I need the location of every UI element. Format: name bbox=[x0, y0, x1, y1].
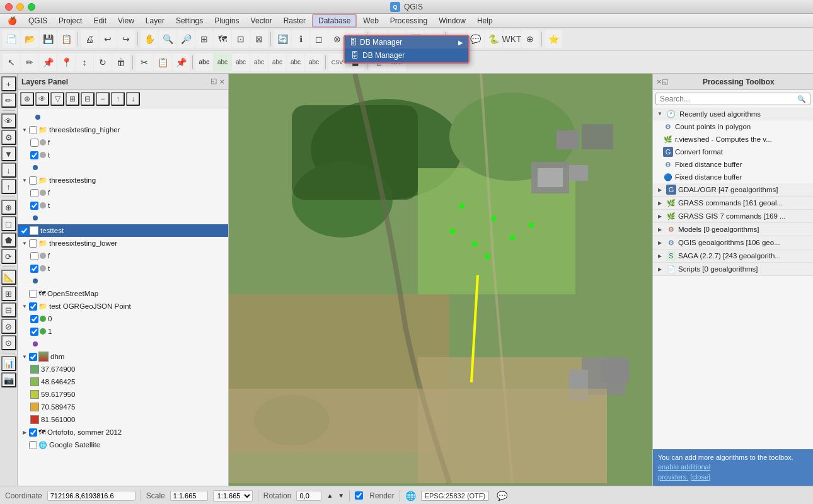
checkbox-ogr[interactable] bbox=[29, 302, 37, 311]
delete-btn[interactable]: 🗑 bbox=[112, 54, 130, 71]
checkbox-testtest[interactable] bbox=[20, 227, 28, 235]
layer-up-btn[interactable]: ↑ bbox=[111, 92, 125, 106]
layer-testtest[interactable]: testtest bbox=[18, 224, 228, 237]
alg-viewshed[interactable]: 🌿 r.viewshed - Computes the v... bbox=[653, 133, 813, 146]
menu-settings[interactable]: Settings bbox=[171, 15, 208, 26]
expand-ortofoto[interactable] bbox=[20, 428, 29, 437]
expand-grass[interactable] bbox=[655, 198, 664, 207]
alg-fixed-buffer-1[interactable]: ⚙ Fixed distance buffer bbox=[653, 158, 813, 171]
map-area[interactable] bbox=[229, 74, 652, 486]
expand-saga[interactable] bbox=[655, 251, 664, 260]
save-as-btn[interactable]: 📋 bbox=[57, 30, 75, 48]
georef-btn[interactable]: ⊕ bbox=[521, 30, 539, 48]
panel-close-btn[interactable]: × bbox=[219, 77, 224, 86]
group-grass[interactable]: 🌿 GRASS commands [161 geoal... bbox=[653, 197, 813, 210]
group-qgis-geo[interactable]: ⚙ QGIS geoalgorithms [106 geo... bbox=[653, 236, 813, 249]
group-saga[interactable]: S SAGA (2.2.7) [243 geoalgorith... bbox=[653, 249, 813, 263]
info-link1[interactable]: enable additional bbox=[658, 463, 710, 471]
layer-testing-f[interactable]: f bbox=[18, 186, 228, 199]
python-btn[interactable]: 🐍 bbox=[485, 30, 502, 48]
save-project-btn[interactable]: 💾 bbox=[39, 30, 57, 48]
layer-google-satellite[interactable]: 🌐 Google Satellite bbox=[18, 438, 228, 451]
menu-edit[interactable]: Edit bbox=[88, 15, 112, 26]
layer-lower-f[interactable]: f bbox=[18, 249, 228, 262]
left-tool-10[interactable]: ⬟ bbox=[1, 232, 16, 248]
menu-help[interactable]: Help bbox=[472, 15, 498, 26]
layer-higher-t[interactable]: t bbox=[18, 149, 228, 161]
menu-plugins[interactable]: Plugins bbox=[209, 15, 244, 26]
cut-btn[interactable]: ✂ bbox=[136, 54, 153, 71]
print-btn[interactable]: 🖨 bbox=[81, 30, 98, 48]
menu-window[interactable]: Window bbox=[434, 15, 471, 26]
identify-btn[interactable]: ℹ bbox=[292, 30, 309, 48]
open-project-btn[interactable]: 📂 bbox=[21, 30, 38, 48]
checkbox-higher-f[interactable] bbox=[30, 139, 38, 147]
menu-qgis[interactable]: QGIS bbox=[23, 15, 52, 26]
expand-gdal[interactable] bbox=[655, 185, 664, 194]
abc1-btn[interactable]: abc bbox=[195, 54, 213, 71]
left-tool-13[interactable]: ⊞ bbox=[1, 286, 16, 301]
abc7-btn[interactable]: abc bbox=[305, 54, 323, 71]
expand-higher[interactable] bbox=[20, 125, 29, 134]
layer-ortofoto[interactable]: 🗺 Ortofoto, sommer 2012 bbox=[18, 426, 228, 438]
menu-processing[interactable]: Processing bbox=[385, 15, 432, 26]
left-tool-17[interactable]: 📊 bbox=[1, 356, 16, 371]
checkbox-ogr-1[interactable] bbox=[30, 328, 38, 336]
expand-recently-used[interactable] bbox=[655, 110, 664, 118]
expand-qgis-geo[interactable] bbox=[655, 238, 664, 247]
crs-badge[interactable]: EPSG:25832 (OTF) bbox=[421, 491, 490, 501]
checkbox-ortofoto[interactable] bbox=[29, 428, 37, 437]
proc-close-btn[interactable]: × bbox=[657, 77, 662, 86]
layer-ogr-1[interactable]: 1 bbox=[18, 325, 228, 338]
scale-input[interactable] bbox=[170, 491, 208, 501]
checkbox-lower-t[interactable] bbox=[30, 265, 38, 273]
zoom-layer-btn[interactable]: 🗺 bbox=[214, 30, 231, 48]
render-checkbox[interactable] bbox=[355, 491, 363, 500]
group-grass7[interactable]: 🌿 GRASS GIS 7 commands [169 ... bbox=[653, 210, 813, 223]
left-tool-6[interactable]: ↓ bbox=[1, 163, 16, 178]
alg-count-points[interactable]: ⚙ Count points in polygon bbox=[653, 120, 813, 133]
layer-test-ogr[interactable]: 📁 test OGRGeoJSON Point bbox=[18, 300, 228, 312]
checkbox-dhm[interactable] bbox=[29, 353, 37, 361]
expand-scripts[interactable] bbox=[655, 265, 664, 273]
panel-float-btn[interactable]: ◱ bbox=[210, 77, 217, 86]
layer-testing-t[interactable]: t bbox=[18, 199, 228, 212]
layer-threesixtesting-lower[interactable]: 📁 threesixtesting_lower bbox=[18, 237, 228, 249]
undo-btn[interactable]: ↩ bbox=[99, 30, 117, 48]
checkbox-testing[interactable] bbox=[29, 176, 37, 185]
zoom-in-btn[interactable]: 🔍 bbox=[159, 30, 176, 48]
zoom-full-btn[interactable]: ⊞ bbox=[195, 30, 213, 48]
abc3-btn[interactable]: abc bbox=[232, 54, 250, 71]
abc6-btn[interactable]: abc bbox=[287, 54, 304, 71]
expand-dhm[interactable] bbox=[20, 352, 29, 361]
left-tool-16[interactable]: ⊙ bbox=[1, 335, 16, 350]
menu-apple[interactable]: 🍎 bbox=[3, 15, 22, 26]
add-layer-btn[interactable]: ⊕ bbox=[20, 92, 34, 106]
menu-database[interactable]: Database bbox=[312, 14, 357, 28]
left-tool-18[interactable]: 📷 bbox=[1, 372, 16, 387]
checkbox-lower-f[interactable] bbox=[30, 252, 38, 260]
left-tool-15[interactable]: ⊘ bbox=[1, 319, 16, 334]
checkbox-ogr-0[interactable] bbox=[30, 315, 38, 323]
copy-btn[interactable]: 📋 bbox=[154, 54, 171, 71]
bookmark-btn[interactable]: ⭐ bbox=[545, 30, 562, 48]
layer-down-btn[interactable]: ↓ bbox=[126, 92, 140, 106]
expand-grass7[interactable] bbox=[655, 212, 664, 220]
recently-used-header[interactable]: 🕐 Recently used algorithms bbox=[653, 108, 813, 120]
checkbox-higher-t[interactable] bbox=[30, 151, 38, 159]
scale-select[interactable]: 1:1.665 bbox=[213, 490, 253, 501]
group-scripts[interactable]: 📄 Scripts [0 geoalgorithms] bbox=[653, 263, 813, 276]
left-tool-12[interactable]: 📐 bbox=[1, 270, 16, 285]
new-project-btn[interactable]: 📄 bbox=[3, 30, 20, 48]
zoom-select-btn[interactable]: ⊡ bbox=[232, 30, 250, 48]
left-tool-5[interactable]: ▼ bbox=[1, 146, 16, 161]
menu-project[interactable]: Project bbox=[54, 15, 87, 26]
left-tool-14[interactable]: ⊟ bbox=[1, 302, 16, 318]
expand-testing[interactable] bbox=[20, 176, 29, 185]
layer-lower-t[interactable]: t bbox=[18, 262, 228, 275]
rotate-btn[interactable]: ↻ bbox=[94, 54, 112, 71]
rotation-input[interactable] bbox=[296, 491, 321, 501]
menu-raster[interactable]: Raster bbox=[279, 15, 311, 26]
group-models[interactable]: ⚙ Models [0 geoalgorithms] bbox=[653, 223, 813, 236]
layer-higher-f[interactable]: f bbox=[18, 136, 228, 149]
